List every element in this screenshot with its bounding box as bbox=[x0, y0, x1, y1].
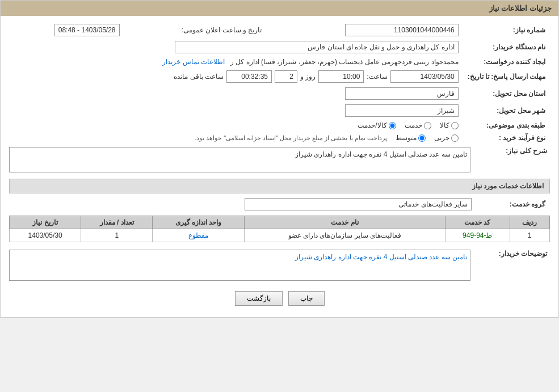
deadline-time: 10:00 bbox=[318, 70, 364, 83]
cell-date: 1403/05/30 bbox=[10, 229, 81, 242]
need-summary-value: تامین سه عدد صندلی استیل 4 نفره جهت ادار… bbox=[9, 147, 470, 172]
city-cell: شیراز bbox=[9, 102, 463, 119]
buyer-org-cell: اداره کل راهداری و حمل و نقل جاده ای است… bbox=[9, 39, 463, 56]
cell-quantity: 1 bbox=[81, 229, 153, 242]
category-khedmat-label: خدمت bbox=[405, 121, 422, 129]
province-value: فارس bbox=[345, 87, 459, 100]
buyer-notes-value: تامین سه عدد صندلی استیل 4 نفره جهت ادار… bbox=[9, 250, 470, 281]
purchase-type-cell: جزیی متوسط پرداخت تمام یا بخشی از مبلغ خ… bbox=[9, 132, 463, 144]
col-quantity: تعداد / مقدار bbox=[81, 216, 153, 229]
category-kala-khedmat-label: کالا/خدمت bbox=[358, 121, 386, 129]
deadline-day-label: روز و bbox=[300, 73, 316, 81]
creator-contact-link[interactable]: اطلاعات تماس خریدار bbox=[162, 58, 225, 66]
col-unit: واحد اندازه گیری bbox=[153, 216, 245, 229]
creator-label: ایجاد کننده درخواست: bbox=[463, 56, 550, 68]
province-cell: فارس bbox=[9, 85, 463, 102]
cell-row: 1 bbox=[510, 229, 549, 242]
cell-code: ط-94-949 bbox=[445, 229, 510, 242]
category-kala-label: کالا bbox=[440, 121, 449, 129]
announcement-label: تاریخ و ساعت اعلان عمومی: bbox=[182, 26, 262, 34]
announcement-value-cell: 1403/05/28 - 08:48 bbox=[9, 22, 124, 39]
buyer-org-value: اداره کل راهداری و حمل و نقل جاده ای است… bbox=[175, 41, 459, 53]
cell-unit: مقطوع bbox=[153, 229, 245, 242]
col-name: نام خدمت bbox=[244, 216, 445, 229]
deadline-cell: 1403/05/30 ساعت: 10:00 روز و 2 00:32:35 … bbox=[9, 68, 463, 85]
back-button[interactable]: بازگشت bbox=[235, 291, 283, 306]
province-label: استان محل تحویل: bbox=[463, 85, 550, 102]
purchase-type-jozi-label: جزیی bbox=[434, 134, 449, 142]
purchase-type-label: نوع فرآیند خرید : bbox=[463, 132, 550, 144]
buyer-org-label: نام دستگاه خریدار: bbox=[463, 39, 550, 56]
title-text: جزئیات اطلاعات نیاز bbox=[489, 4, 552, 12]
need-number-label: شماره نیاز: bbox=[463, 22, 550, 39]
need-number-value: 1103001044000446 bbox=[345, 24, 459, 36]
service-group-label: گروه خدمت: bbox=[476, 196, 550, 213]
category-kala-khedmat[interactable]: کالا/خدمت bbox=[358, 121, 396, 129]
city-label: شهر محل تحویل: bbox=[463, 102, 550, 119]
creator-value: محمدجواد زینبی فردجهرمی عامل ذیحساب (جهر… bbox=[230, 58, 459, 66]
category-kala-radio[interactable] bbox=[451, 122, 459, 129]
purchase-type-motavasset[interactable]: متوسط bbox=[396, 134, 426, 142]
purchase-type-note: پرداخت تمام یا بخشی از مبلغ خریدار محل "… bbox=[195, 134, 387, 142]
announcement-label-cell: تاریخ و ساعت اعلان عمومی: bbox=[124, 22, 274, 39]
city-value: شیراز bbox=[345, 104, 459, 117]
print-button[interactable]: چاپ bbox=[288, 291, 325, 306]
purchase-type-jozi-radio[interactable] bbox=[451, 134, 459, 142]
category-khedmat-radio[interactable] bbox=[424, 122, 431, 129]
purchase-type-motavasset-radio[interactable] bbox=[418, 134, 426, 142]
category-label: طبقه بندی موضوعی: bbox=[463, 119, 550, 132]
table-row: 1 ط-94-949 فعالیت‌های سایر سازمان‌های دا… bbox=[10, 229, 550, 242]
need-summary-label: شرح کلی نیاز: bbox=[476, 147, 550, 155]
col-code: کد خدمت bbox=[445, 216, 510, 229]
buyer-notes-label: توضیحات خریدار: bbox=[476, 250, 550, 258]
category-khedmat[interactable]: خدمت bbox=[405, 121, 431, 129]
services-table: ردیف کد خدمت نام خدمت واحد اندازه گیری ت… bbox=[9, 216, 550, 242]
service-group-value: سایر فعالیت‌های خدماتی bbox=[245, 198, 472, 210]
category-cell: کالا خدمت کالا/خدمت bbox=[9, 119, 463, 132]
remaining-time: 00:32:35 bbox=[226, 70, 272, 83]
cell-name: فعالیت‌های سایر سازمان‌های دارای عضو bbox=[244, 229, 445, 242]
purchase-type-jozi[interactable]: جزیی bbox=[434, 134, 459, 142]
deadline-time-label: ساعت: bbox=[367, 73, 387, 81]
deadline-date: 1403/05/30 bbox=[390, 70, 459, 83]
deadline-label: مهلت ارسال پاسخ: تا تاریخ: bbox=[463, 68, 550, 85]
need-number-cell: 1103001044000446 bbox=[273, 22, 463, 39]
col-row: ردیف bbox=[510, 216, 549, 229]
service-group-cell: سایر فعالیت‌های خدماتی bbox=[9, 196, 476, 213]
remaining-label: ساعت باقی مانده bbox=[174, 73, 224, 81]
purchase-type-motavasset-label: متوسط bbox=[396, 134, 417, 142]
deadline-days: 2 bbox=[275, 70, 297, 83]
creator-cell: محمدجواد زینبی فردجهرمی عامل ذیحساب (جهر… bbox=[9, 56, 463, 68]
page-title: جزئیات اطلاعات نیاز bbox=[1, 1, 558, 16]
bottom-buttons: چاپ بازگشت bbox=[9, 285, 550, 311]
col-date: تاریخ نیاز bbox=[10, 216, 81, 229]
services-section-title: اطلاعات خدمات مورد نیاز bbox=[9, 179, 550, 193]
category-kala[interactable]: کالا bbox=[440, 121, 459, 129]
category-kala-khedmat-radio[interactable] bbox=[389, 122, 396, 129]
announcement-value: 1403/05/28 - 08:48 bbox=[54, 24, 120, 36]
